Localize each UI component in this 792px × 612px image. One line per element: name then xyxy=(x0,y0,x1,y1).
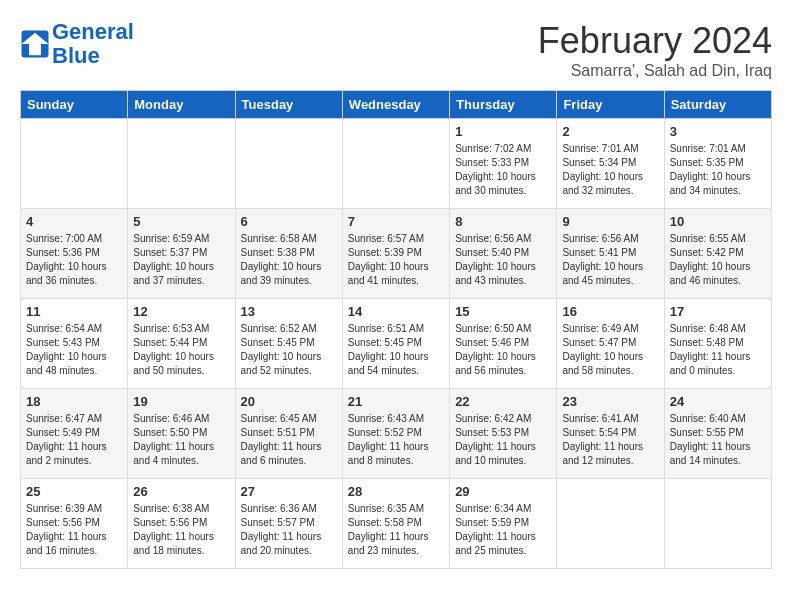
column-header-monday: Monday xyxy=(128,91,235,119)
day-info: Sunrise: 6:51 AM Sunset: 5:45 PM Dayligh… xyxy=(348,322,444,378)
calendar-cell xyxy=(342,119,449,209)
day-number: 28 xyxy=(348,484,444,499)
calendar-cell: 10Sunrise: 6:55 AM Sunset: 5:42 PM Dayli… xyxy=(664,209,771,299)
day-number: 4 xyxy=(26,214,122,229)
day-info: Sunrise: 6:38 AM Sunset: 5:56 PM Dayligh… xyxy=(133,502,229,558)
day-info: Sunrise: 7:02 AM Sunset: 5:33 PM Dayligh… xyxy=(455,142,551,198)
calendar-cell xyxy=(21,119,128,209)
calendar-header-row: SundayMondayTuesdayWednesdayThursdayFrid… xyxy=(21,91,772,119)
day-info: Sunrise: 6:46 AM Sunset: 5:50 PM Dayligh… xyxy=(133,412,229,468)
day-number: 19 xyxy=(133,394,229,409)
day-number: 25 xyxy=(26,484,122,499)
day-info: Sunrise: 6:43 AM Sunset: 5:52 PM Dayligh… xyxy=(348,412,444,468)
day-info: Sunrise: 6:57 AM Sunset: 5:39 PM Dayligh… xyxy=(348,232,444,288)
calendar-week-row: 4Sunrise: 7:00 AM Sunset: 5:36 PM Daylig… xyxy=(21,209,772,299)
calendar-cell: 11Sunrise: 6:54 AM Sunset: 5:43 PM Dayli… xyxy=(21,299,128,389)
calendar-cell: 14Sunrise: 6:51 AM Sunset: 5:45 PM Dayli… xyxy=(342,299,449,389)
day-number: 15 xyxy=(455,304,551,319)
day-info: Sunrise: 6:53 AM Sunset: 5:44 PM Dayligh… xyxy=(133,322,229,378)
calendar-cell: 29Sunrise: 6:34 AM Sunset: 5:59 PM Dayli… xyxy=(450,479,557,569)
day-info: Sunrise: 6:49 AM Sunset: 5:47 PM Dayligh… xyxy=(562,322,658,378)
day-number: 8 xyxy=(455,214,551,229)
column-header-tuesday: Tuesday xyxy=(235,91,342,119)
day-info: Sunrise: 6:48 AM Sunset: 5:48 PM Dayligh… xyxy=(670,322,766,378)
day-info: Sunrise: 7:00 AM Sunset: 5:36 PM Dayligh… xyxy=(26,232,122,288)
day-info: Sunrise: 7:01 AM Sunset: 5:35 PM Dayligh… xyxy=(670,142,766,198)
calendar-cell xyxy=(235,119,342,209)
calendar-cell: 22Sunrise: 6:42 AM Sunset: 5:53 PM Dayli… xyxy=(450,389,557,479)
day-info: Sunrise: 7:01 AM Sunset: 5:34 PM Dayligh… xyxy=(562,142,658,198)
day-number: 9 xyxy=(562,214,658,229)
day-info: Sunrise: 6:40 AM Sunset: 5:55 PM Dayligh… xyxy=(670,412,766,468)
day-info: Sunrise: 6:55 AM Sunset: 5:42 PM Dayligh… xyxy=(670,232,766,288)
calendar-cell: 5Sunrise: 6:59 AM Sunset: 5:37 PM Daylig… xyxy=(128,209,235,299)
calendar-cell: 20Sunrise: 6:45 AM Sunset: 5:51 PM Dayli… xyxy=(235,389,342,479)
location-subtitle: Samarra', Salah ad Din, Iraq xyxy=(538,62,772,80)
day-number: 17 xyxy=(670,304,766,319)
calendar-cell: 7Sunrise: 6:57 AM Sunset: 5:39 PM Daylig… xyxy=(342,209,449,299)
day-info: Sunrise: 6:45 AM Sunset: 5:51 PM Dayligh… xyxy=(241,412,337,468)
day-info: Sunrise: 6:59 AM Sunset: 5:37 PM Dayligh… xyxy=(133,232,229,288)
calendar-cell: 18Sunrise: 6:47 AM Sunset: 5:49 PM Dayli… xyxy=(21,389,128,479)
calendar-cell xyxy=(128,119,235,209)
day-info: Sunrise: 6:56 AM Sunset: 5:40 PM Dayligh… xyxy=(455,232,551,288)
calendar-cell: 28Sunrise: 6:35 AM Sunset: 5:58 PM Dayli… xyxy=(342,479,449,569)
day-number: 12 xyxy=(133,304,229,319)
day-info: Sunrise: 6:34 AM Sunset: 5:59 PM Dayligh… xyxy=(455,502,551,558)
day-info: Sunrise: 6:58 AM Sunset: 5:38 PM Dayligh… xyxy=(241,232,337,288)
day-info: Sunrise: 6:36 AM Sunset: 5:57 PM Dayligh… xyxy=(241,502,337,558)
logo: GeneralBlue xyxy=(20,20,134,68)
day-info: Sunrise: 6:35 AM Sunset: 5:58 PM Dayligh… xyxy=(348,502,444,558)
calendar-week-row: 25Sunrise: 6:39 AM Sunset: 5:56 PM Dayli… xyxy=(21,479,772,569)
calendar-cell: 25Sunrise: 6:39 AM Sunset: 5:56 PM Dayli… xyxy=(21,479,128,569)
day-number: 14 xyxy=(348,304,444,319)
day-number: 22 xyxy=(455,394,551,409)
calendar-cell: 13Sunrise: 6:52 AM Sunset: 5:45 PM Dayli… xyxy=(235,299,342,389)
page-header: GeneralBlue February 2024 Samarra', Sala… xyxy=(20,20,772,80)
calendar-cell: 4Sunrise: 7:00 AM Sunset: 5:36 PM Daylig… xyxy=(21,209,128,299)
calendar-cell: 15Sunrise: 6:50 AM Sunset: 5:46 PM Dayli… xyxy=(450,299,557,389)
day-number: 6 xyxy=(241,214,337,229)
calendar-cell: 21Sunrise: 6:43 AM Sunset: 5:52 PM Dayli… xyxy=(342,389,449,479)
day-info: Sunrise: 6:39 AM Sunset: 5:56 PM Dayligh… xyxy=(26,502,122,558)
column-header-saturday: Saturday xyxy=(664,91,771,119)
day-number: 23 xyxy=(562,394,658,409)
day-number: 24 xyxy=(670,394,766,409)
month-title: February 2024 xyxy=(538,20,772,62)
day-number: 13 xyxy=(241,304,337,319)
calendar-cell: 8Sunrise: 6:56 AM Sunset: 5:40 PM Daylig… xyxy=(450,209,557,299)
calendar-cell: 23Sunrise: 6:41 AM Sunset: 5:54 PM Dayli… xyxy=(557,389,664,479)
day-number: 26 xyxy=(133,484,229,499)
calendar-cell: 16Sunrise: 6:49 AM Sunset: 5:47 PM Dayli… xyxy=(557,299,664,389)
day-number: 10 xyxy=(670,214,766,229)
day-number: 11 xyxy=(26,304,122,319)
column-header-wednesday: Wednesday xyxy=(342,91,449,119)
day-number: 21 xyxy=(348,394,444,409)
logo-text: GeneralBlue xyxy=(52,20,134,68)
calendar-cell: 27Sunrise: 6:36 AM Sunset: 5:57 PM Dayli… xyxy=(235,479,342,569)
calendar-week-row: 11Sunrise: 6:54 AM Sunset: 5:43 PM Dayli… xyxy=(21,299,772,389)
calendar-cell xyxy=(557,479,664,569)
day-number: 7 xyxy=(348,214,444,229)
day-number: 29 xyxy=(455,484,551,499)
column-header-sunday: Sunday xyxy=(21,91,128,119)
day-info: Sunrise: 6:42 AM Sunset: 5:53 PM Dayligh… xyxy=(455,412,551,468)
day-number: 16 xyxy=(562,304,658,319)
day-info: Sunrise: 6:41 AM Sunset: 5:54 PM Dayligh… xyxy=(562,412,658,468)
day-info: Sunrise: 6:54 AM Sunset: 5:43 PM Dayligh… xyxy=(26,322,122,378)
calendar-cell: 26Sunrise: 6:38 AM Sunset: 5:56 PM Dayli… xyxy=(128,479,235,569)
calendar-week-row: 18Sunrise: 6:47 AM Sunset: 5:49 PM Dayli… xyxy=(21,389,772,479)
day-info: Sunrise: 6:56 AM Sunset: 5:41 PM Dayligh… xyxy=(562,232,658,288)
title-block: February 2024 Samarra', Salah ad Din, Ir… xyxy=(538,20,772,80)
day-number: 1 xyxy=(455,124,551,139)
day-number: 3 xyxy=(670,124,766,139)
column-header-thursday: Thursday xyxy=(450,91,557,119)
day-number: 2 xyxy=(562,124,658,139)
calendar-cell: 1Sunrise: 7:02 AM Sunset: 5:33 PM Daylig… xyxy=(450,119,557,209)
calendar-cell: 9Sunrise: 6:56 AM Sunset: 5:41 PM Daylig… xyxy=(557,209,664,299)
column-header-friday: Friday xyxy=(557,91,664,119)
calendar-table: SundayMondayTuesdayWednesdayThursdayFrid… xyxy=(20,90,772,569)
day-info: Sunrise: 6:47 AM Sunset: 5:49 PM Dayligh… xyxy=(26,412,122,468)
calendar-cell: 3Sunrise: 7:01 AM Sunset: 5:35 PM Daylig… xyxy=(664,119,771,209)
day-info: Sunrise: 6:52 AM Sunset: 5:45 PM Dayligh… xyxy=(241,322,337,378)
